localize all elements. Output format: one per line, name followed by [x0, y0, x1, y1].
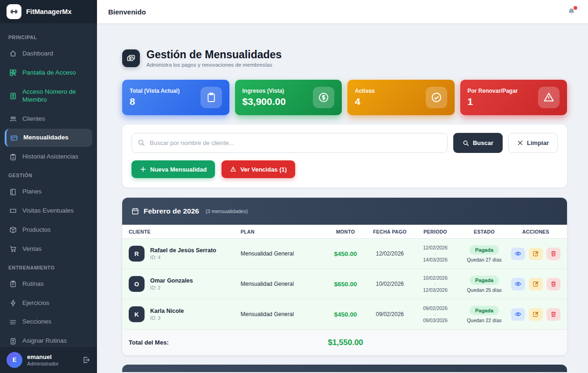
nueva-mensualidad-label: Nueva Mensualidad: [150, 166, 207, 173]
actions-cell: [511, 308, 560, 321]
stat-value: $3,900.00: [242, 96, 286, 107]
warning-triangle-icon: [538, 87, 560, 108]
stat-label: Por Renovar/Pagar: [468, 88, 518, 94]
delete-button[interactable]: [546, 248, 560, 260]
actions-cell: [511, 248, 560, 260]
delete-button[interactable]: [546, 278, 560, 290]
sidebar-item-secciones[interactable]: Secciones: [5, 313, 92, 331]
sidebar-item-visitas-eventuales[interactable]: Visitas Eventuales: [5, 202, 92, 220]
stat-card-por-renovar: Por Renovar/Pagar 1: [460, 80, 567, 115]
sidebar-item-label: Pantalla de Acceso: [22, 69, 76, 77]
column-header: ESTADO: [457, 229, 511, 235]
nueva-mensualidad-button[interactable]: Nueva Mensualidad: [131, 160, 215, 178]
sidebar-item-label: Mensualidades: [23, 134, 69, 142]
pencil-icon: [533, 281, 539, 287]
cart-icon: [9, 245, 17, 253]
sidebar-item-ejercicios[interactable]: Ejercicios: [5, 294, 92, 312]
section-label-gestion: GESTIÓN: [5, 167, 92, 182]
sidebar-item-label: Acceso Número de Miembro: [22, 88, 88, 104]
search-input[interactable]: [131, 133, 448, 153]
app-window: FitManagerMx PRINCIPAL Dashboard Pantall…: [0, 0, 588, 373]
buscar-button[interactable]: Buscar: [453, 133, 503, 153]
arrow-down-icon: ↓: [413, 311, 457, 317]
client-cell: R Rafael de Jesús Serrato ID: 4: [129, 246, 241, 262]
sidebar-item-label: Historial Asistencias: [22, 153, 78, 161]
sidebar-item-label: Secciones: [22, 318, 51, 326]
sidebar-nav: PRINCIPAL Dashboard Pantalla de Acceso A…: [0, 23, 97, 346]
logout-icon[interactable]: [82, 356, 90, 364]
plan-cell: Mensualidad General: [241, 281, 325, 287]
view-button[interactable]: [511, 308, 525, 321]
month-header: Febrero de 2026 (3 mensualidades): [122, 198, 567, 225]
action-buttons-row: Nueva Mensualidad Ver Vencidas (1): [131, 160, 558, 178]
check-circle-icon: [426, 87, 447, 108]
stat-cards: Total (Vista Actual) 8 Ingresos (Vista) …: [122, 80, 567, 115]
sidebar-item-asignar-rutinas[interactable]: Asignar Rutinas: [5, 332, 92, 346]
avatar: E: [7, 352, 22, 368]
stat-text: Activas 4: [355, 88, 375, 107]
sidebar-item-dashboard[interactable]: Dashboard: [5, 45, 92, 63]
monto-cell: $450.00: [325, 311, 367, 318]
edit-button[interactable]: [529, 248, 543, 260]
sidebar-item-label: Clientes: [22, 115, 45, 123]
search-icon: [138, 139, 145, 146]
sidebar-item-label: Dashboard: [22, 50, 53, 58]
user-info: emanuel Administrador: [27, 353, 59, 366]
search-panel: Buscar Limpiar Nueva Mensualidad Ver Ven…: [122, 124, 567, 187]
status-badge: Pagada: [470, 306, 499, 315]
notebook-icon: [9, 188, 17, 196]
sidebar-item-acceso-numero-miembro[interactable]: Acceso Número de Miembro: [5, 83, 92, 109]
sidebar-item-productos[interactable]: Productos: [5, 221, 92, 239]
month-count: (3 mensualidades): [206, 208, 248, 214]
periodo-fin: 09/03/2026: [413, 317, 457, 324]
edit-button[interactable]: [529, 278, 543, 290]
sidebar-item-planes[interactable]: Planes: [5, 183, 92, 201]
eye-icon: [515, 311, 521, 318]
monto-cell: $450.00: [325, 250, 367, 257]
cash-stack-icon: [122, 49, 140, 67]
limpiar-button[interactable]: Limpiar: [508, 133, 558, 153]
client-id: ID: 4: [150, 255, 216, 260]
table-row: R Rafael de Jesús Serrato ID: 4 Mensuali…: [122, 239, 567, 269]
sidebar-item-label: Planes: [22, 188, 42, 196]
dias-restantes: Quedan 25 días: [457, 287, 511, 293]
month-section: Febrero de 2026 (3 mensualidades) CLIENT…: [122, 198, 567, 355]
stat-label: Ingresos (Vista): [242, 88, 286, 94]
actions-cell: [511, 278, 560, 290]
pencil-icon: [533, 311, 539, 318]
search-icon: [463, 140, 469, 146]
calendar-icon: [131, 207, 139, 215]
ver-vencidas-button[interactable]: Ver Vencidas (1): [221, 160, 295, 178]
sidebar-item-historial-asistencias[interactable]: Historial Asistencias: [5, 148, 92, 166]
view-button[interactable]: [511, 278, 525, 290]
sidebar-item-mensualidades[interactable]: Mensualidades: [5, 129, 92, 147]
arrow-down-icon: ↓: [413, 281, 457, 287]
avatar: O: [129, 276, 145, 292]
periodo-fin: 12/03/2026: [413, 287, 457, 293]
periodo-cell: 12/02/2026 ↓ 14/03/2026: [413, 244, 457, 263]
topbar-title: Bienvenido: [108, 8, 146, 16]
sidebar-item-pantalla-de-acceso[interactable]: Pantalla de Acceso: [5, 64, 92, 82]
user-role: Administrador: [27, 361, 59, 366]
delete-button[interactable]: [546, 308, 560, 321]
notification-badge: [574, 6, 577, 10]
column-header: PLAN: [241, 229, 325, 235]
search-box: [131, 133, 448, 153]
trash-icon: [550, 281, 557, 287]
stat-card-total: Total (Vista Actual) 8: [122, 80, 229, 115]
app-logo: [7, 4, 21, 19]
stat-label: Total (Vista Actual): [130, 88, 180, 94]
sidebar-item-rutinas[interactable]: Rutinas: [5, 275, 92, 293]
sidebar-item-ventas[interactable]: Ventas: [5, 240, 92, 258]
periodo-cell: 09/02/2026 ↓ 09/03/2026: [413, 305, 457, 324]
notifications-button[interactable]: [567, 7, 576, 16]
view-button[interactable]: [511, 248, 525, 260]
stat-text: Por Renovar/Pagar 1: [468, 88, 518, 107]
client-cell: O Omar Gonzales ID: 2: [129, 276, 241, 292]
periodo-fin: 14/03/2026: [413, 256, 457, 263]
total-value: $1,550.00: [325, 338, 367, 347]
page-title-block: Gestión de Mensualidades Administra los …: [146, 48, 282, 68]
dias-restantes: Quedan 22 días: [457, 318, 511, 323]
sidebar-item-clientes[interactable]: Clientes: [5, 110, 92, 128]
edit-button[interactable]: [529, 308, 543, 321]
